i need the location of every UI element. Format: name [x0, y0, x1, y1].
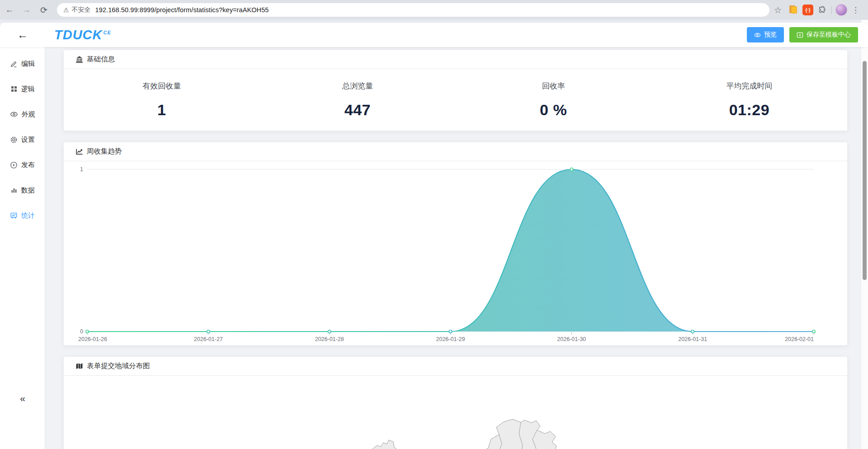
main-content: 基础信息 有效回收量 1 总浏览量 447 回收率 0 % 平均完成时间 01:… — [45, 47, 861, 449]
play-circle-icon — [10, 161, 18, 169]
scrollbar-thumb[interactable] — [863, 61, 867, 280]
metric-avg-completion-time: 平均完成时间 01:29 — [651, 76, 847, 119]
trend-line — [87, 169, 814, 332]
data-point-marker[interactable] — [207, 330, 210, 333]
trend-chart[interactable]: 2026-01-262026-01-272026-01-282026-01-29… — [75, 161, 836, 345]
eye-icon — [10, 110, 18, 118]
metric-value: 01:29 — [729, 101, 769, 119]
logo-edition-badge: CE — [104, 30, 111, 35]
y-axis-label: 1 — [80, 166, 83, 173]
grid-icon — [10, 85, 18, 93]
map-icon — [75, 362, 83, 370]
metric-label: 平均完成时间 — [726, 81, 772, 91]
weekly-trend-card-header: 周收集趋势 — [64, 142, 847, 161]
data-point-marker[interactable] — [691, 330, 694, 333]
app-header: ← TDUCKCE 预览 保存至模板中心 — [0, 23, 868, 47]
x-axis-label: 2026-01-31 — [678, 336, 707, 342]
profile-avatar[interactable] — [835, 4, 847, 16]
preview-button[interactable]: 预览 — [747, 27, 784, 42]
metric-label: 总浏览量 — [342, 81, 373, 91]
region-map-card-header: 表单提交地域分布图 — [64, 357, 847, 376]
page-scrollbar[interactable] — [861, 20, 868, 449]
sidebar-item-data[interactable]: 数据 — [0, 184, 45, 196]
trend-chart-svg: 2026-01-262026-01-272026-01-282026-01-29… — [75, 161, 836, 345]
extension-docs-icon[interactable] — [788, 5, 799, 15]
sidebar: 编辑 逻辑 外观 设置 发布 数据 统计 « — [0, 47, 45, 449]
browser-menu-icon[interactable]: ⋮ — [851, 5, 864, 15]
basic-info-card: 基础信息 有效回收量 1 总浏览量 447 回收率 0 % 平均完成时间 01:… — [63, 50, 848, 131]
line-chart-icon — [75, 148, 83, 155]
metric-label: 有效回收量 — [142, 81, 181, 91]
metric-value: 447 — [344, 101, 371, 119]
card-title: 基础信息 — [87, 55, 115, 64]
sidebar-item-edit[interactable]: 编辑 — [0, 57, 45, 70]
app-logo: TDUCKCE — [54, 28, 111, 42]
x-axis-label: 2026-01-28 — [315, 336, 344, 342]
gear-icon — [10, 136, 18, 144]
pencil-icon — [10, 60, 18, 68]
x-axis-label: 2026-01-30 — [557, 336, 586, 342]
sidebar-item-appearance[interactable]: 外观 — [0, 108, 45, 121]
metric-valid-responses: 有效回收量 1 — [64, 76, 259, 119]
url-text[interactable]: 192.168.50.99:8999/project/form/statisti… — [95, 6, 269, 14]
warning-icon: ⚠ — [63, 6, 69, 14]
metric-recovery-rate: 回收率 0 % — [456, 76, 651, 119]
x-axis-label: 2026-01-29 — [436, 336, 465, 342]
metrics-row: 有效回收量 1 总浏览量 447 回收率 0 % 平均完成时间 01:29 — [64, 69, 847, 131]
security-chip[interactable]: ⚠ 不安全 — [63, 6, 95, 14]
sidebar-item-statistics[interactable]: 统计 — [0, 209, 45, 222]
weekly-trend-card: 周收集趋势 2026-01-262026-01-272026-01-282026… — [63, 142, 848, 346]
china-map[interactable] — [64, 376, 847, 449]
back-button[interactable]: ← — [0, 29, 45, 40]
card-title: 周收集趋势 — [87, 147, 122, 156]
data-point-marker[interactable] — [570, 168, 573, 171]
stats-board-icon — [10, 212, 18, 220]
sidebar-collapse-button[interactable]: « — [0, 393, 45, 404]
sidebar-item-publish[interactable]: 发布 — [0, 159, 45, 171]
y-axis-label: 0 — [80, 328, 83, 335]
save-to-template-button[interactable]: 保存至模板中心 — [789, 27, 858, 42]
extensions-puzzle-icon[interactable] — [817, 5, 828, 15]
basic-info-card-header: 基础信息 — [64, 50, 847, 69]
data-point-marker[interactable] — [812, 330, 815, 333]
bar-chart-icon — [10, 187, 18, 194]
browser-toolbar-right: ☆ {·} ⋮ — [774, 4, 864, 16]
x-axis-label: 2026-01-27 — [194, 336, 223, 342]
bank-icon — [75, 56, 83, 63]
card-title: 表单提交地域分布图 — [87, 361, 150, 371]
security-label: 不安全 — [72, 6, 91, 14]
extension-code-icon[interactable]: {·} — [802, 5, 813, 15]
folder-plus-icon — [797, 32, 803, 38]
x-axis-label: 2026-02-01 — [785, 336, 814, 342]
metric-label: 回收率 — [542, 81, 565, 91]
eye-icon — [754, 32, 761, 38]
metric-total-views: 总浏览量 447 — [259, 76, 455, 119]
sidebar-item-logic[interactable]: 逻辑 — [0, 83, 45, 95]
x-axis-label: 2026-01-26 — [78, 336, 107, 342]
browser-reload-button[interactable]: ⟳ — [36, 2, 52, 18]
data-point-marker[interactable] — [86, 330, 89, 333]
data-point-marker[interactable] — [328, 330, 330, 333]
area-fill — [87, 169, 814, 332]
sidebar-item-settings[interactable]: 设置 — [0, 133, 45, 146]
bookmark-star-icon[interactable]: ☆ — [774, 5, 782, 15]
browser-forward-button[interactable]: → — [19, 2, 34, 18]
browser-chrome: ← → ⟳ ⚠ 不安全 192.168.50.99:8999/project/f… — [0, 0, 868, 20]
address-bar[interactable]: ⚠ 不安全 192.168.50.99:8999/project/form/st… — [57, 3, 769, 17]
data-point-marker[interactable] — [449, 330, 452, 333]
browser-back-button[interactable]: ← — [2, 2, 17, 18]
toolbar-divider — [831, 6, 832, 14]
metric-value: 1 — [157, 101, 166, 119]
metric-value: 0 % — [540, 101, 567, 119]
china-map-svg — [343, 384, 569, 449]
region-map-card: 表单提交地域分布图 — [63, 356, 848, 449]
